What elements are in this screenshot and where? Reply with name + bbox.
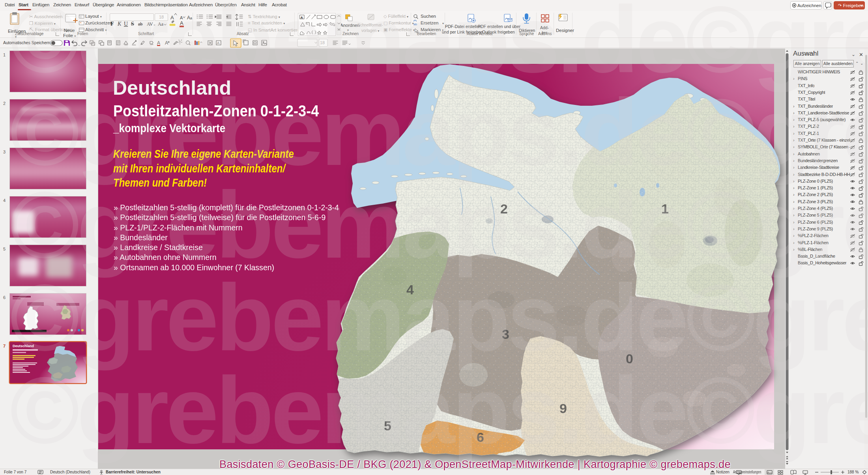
svg-text:3: 3	[502, 327, 509, 342]
svg-text:5: 5	[384, 418, 391, 433]
svg-text:0: 0	[626, 351, 633, 366]
svg-text:4: 4	[406, 282, 414, 297]
svg-text:6: 6	[477, 430, 484, 445]
svg-text:9: 9	[559, 401, 567, 416]
svg-text:2: 2	[500, 201, 508, 216]
svg-text:1: 1	[661, 201, 669, 216]
